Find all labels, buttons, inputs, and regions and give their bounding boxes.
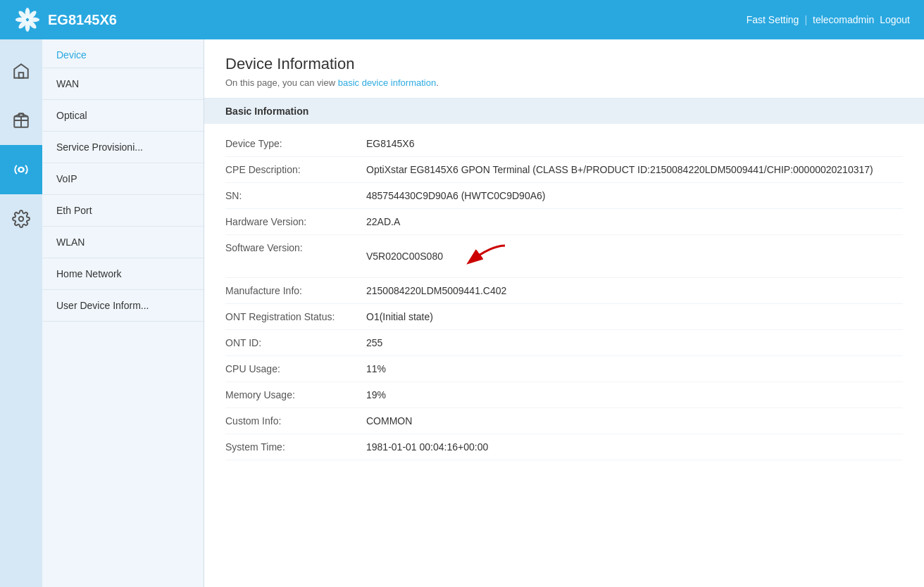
table-row: CPE Description: OptiXstar EG8145X6 GPON… (225, 157, 903, 183)
field-value: 11% (366, 363, 903, 374)
field-label: Manufacture Info: (225, 285, 366, 296)
table-row: Software Version: V5R020C00S080 (225, 235, 903, 278)
logo: EG8145X6 (14, 6, 117, 33)
sidebar-item-userdevice[interactable]: User Device Inform... (42, 290, 204, 322)
field-label: Memory Usage: (225, 389, 366, 400)
field-value: 2150084220LDM5009441.C402 (366, 285, 903, 296)
sidebar-item-service[interactable]: Service Provisioni... (42, 132, 204, 163)
section-header: Basic Information (204, 99, 924, 124)
subtitle-link[interactable]: basic device information (338, 77, 436, 88)
field-label: CPE Description: (225, 164, 366, 175)
icon-sidebar (0, 39, 42, 587)
field-label: Software Version: (225, 242, 366, 253)
field-value: V5R020C00S080 (366, 242, 903, 270)
sidebar-icon-voip[interactable] (0, 194, 42, 244)
text-sidebar: Device WAN Optical Service Provisioni...… (42, 39, 204, 587)
table-row: Custom Info: COMMON (225, 408, 903, 434)
main-content: Device Information On this page, you can… (204, 39, 924, 587)
table-row: Memory Usage: 19% (225, 382, 903, 408)
table-row: System Time: 1981-01-01 00:04:16+00:00 (225, 434, 903, 460)
sidebar-item-wan[interactable]: WAN (42, 68, 204, 100)
model-name: EG8145X6 (48, 12, 117, 28)
box-icon (12, 111, 30, 130)
page-title-bar: Device Information On this page, you can… (204, 39, 924, 99)
table-row: Manufacture Info: 2150084220LDM5009441.C… (225, 278, 903, 304)
svg-rect-8 (19, 72, 24, 78)
gear-icon (12, 210, 30, 228)
user-name: telecomadmin (813, 14, 874, 25)
field-label: ONT ID: (225, 337, 366, 348)
field-label: System Time: (225, 441, 366, 453)
home-icon (12, 62, 30, 80)
page-title: Device Information (225, 55, 903, 73)
field-value: 22AD.A (366, 216, 903, 227)
sidebar-item-wlan[interactable]: WLAN (42, 227, 204, 258)
field-value: COMMON (366, 415, 903, 427)
sidebar-section-title: Device (42, 39, 204, 68)
field-label: Custom Info: (225, 415, 366, 427)
page-subtitle: On this page, you can view basic device … (225, 77, 903, 88)
table-row: Hardware Version: 22AD.A (225, 209, 903, 235)
table-row: Device Type: EG8145X6 (225, 131, 903, 157)
sidebar-item-ethport[interactable]: Eth Port (42, 195, 204, 227)
table-row: SN: 485754430C9D90A6 (HWTC0C9D90A6) (225, 183, 903, 209)
svg-rect-12 (19, 113, 24, 116)
field-value: OptiXstar EG8145X6 GPON Terminal (CLASS … (366, 164, 903, 175)
svg-point-14 (19, 217, 24, 222)
field-value: EG8145X6 (366, 138, 903, 149)
info-table: Device Type: EG8145X6 CPE Description: O… (204, 124, 924, 467)
sidebar-icon-wan[interactable] (0, 46, 42, 96)
field-label: Hardware Version: (225, 216, 366, 227)
table-row: CPU Usage: 11% (225, 356, 903, 382)
main-layout: Device WAN Optical Service Provisioni...… (0, 39, 924, 587)
field-value: 19% (366, 389, 903, 400)
sidebar-item-optical[interactable]: Optical (42, 100, 204, 132)
field-value: 485754430C9D90A6 (HWTC0C9D90A6) (366, 190, 903, 201)
field-value: 1981-01-01 00:04:16+00:00 (366, 441, 903, 453)
sidebar-item-homenetwork[interactable]: Home Network (42, 258, 204, 290)
field-value: 255 (366, 337, 903, 348)
field-label: CPU Usage: (225, 363, 366, 374)
sidebar-icon-optical[interactable] (0, 96, 42, 145)
red-arrow-icon (456, 242, 512, 270)
field-value: O1(Initial state) (366, 311, 903, 322)
software-version-value: V5R020C00S080 (366, 251, 443, 262)
header-nav: Fast Setting | telecomadmin Logout (747, 14, 910, 25)
header: EG8145X6 Fast Setting | telecomadmin Log… (0, 0, 924, 39)
sidebar-item-voip[interactable]: VoIP (42, 163, 204, 195)
fast-setting-link[interactable]: Fast Setting (747, 14, 799, 25)
field-label: Device Type: (225, 138, 366, 149)
radio-icon (12, 160, 30, 179)
field-label: ONT Registration Status: (225, 311, 366, 322)
table-row: ONT ID: 255 (225, 330, 903, 356)
huawei-logo-icon (14, 6, 41, 33)
sidebar-icon-service[interactable] (0, 145, 42, 194)
field-label: SN: (225, 190, 366, 201)
logout-link[interactable]: Logout (880, 14, 910, 25)
nav-divider: | (804, 14, 807, 25)
table-row: ONT Registration Status: O1(Initial stat… (225, 304, 903, 330)
